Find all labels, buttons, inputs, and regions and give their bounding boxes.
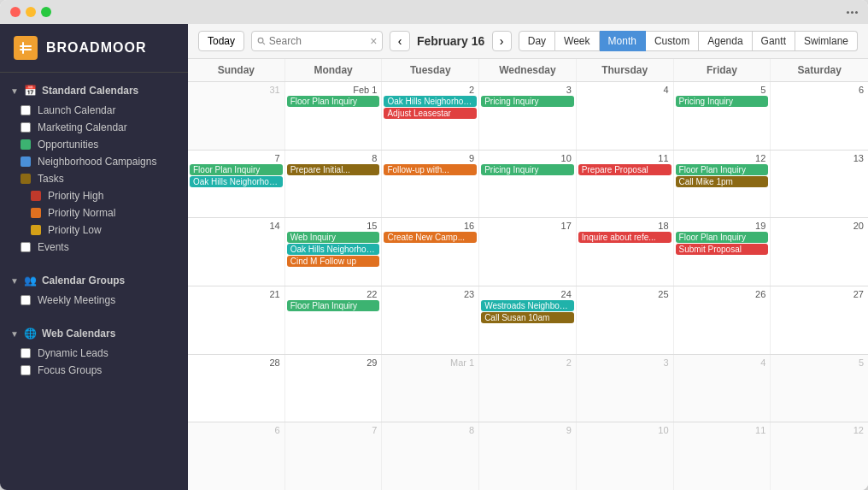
day-cell[interactable]: Feb 1Floor Plan Inquiry — [285, 82, 383, 150]
day-cell[interactable]: 12 — [771, 422, 868, 490]
calendar-event[interactable]: Pricing Inquiry — [481, 164, 574, 175]
day-cell[interactable]: 2 — [479, 355, 577, 422]
close-button[interactable] — [10, 7, 21, 17]
day-cell[interactable]: 19Floor Plan InquirySubmit Proposal — [674, 218, 771, 286]
sidebar-item-launch[interactable]: Launch Calendar — [0, 102, 188, 119]
calendar-event[interactable]: Follow-up with... — [384, 164, 477, 175]
calendar-event[interactable]: Oak Hills Neighorhood Flyer Campaign — [287, 244, 380, 255]
day-cell[interactable]: 7Floor Plan InquiryOak Hills Neighorhood… — [188, 151, 285, 218]
view-day[interactable]: Day — [519, 31, 555, 51]
calendar-event[interactable]: Adjust Leasestar — [384, 108, 477, 119]
minimize-button[interactable] — [26, 7, 36, 17]
calendar-event[interactable]: Floor Plan Inquiry — [676, 164, 769, 175]
dynamic-leads-checkbox[interactable] — [21, 348, 31, 358]
day-cell[interactable]: 14 — [188, 218, 285, 286]
sidebar-item-neighborhood[interactable]: Neighborhood Campaigns — [0, 153, 188, 170]
sidebar-item-priority-normal[interactable]: Priority Normal — [0, 204, 188, 221]
day-cell[interactable]: 13 — [771, 151, 868, 218]
day-cell[interactable]: 9 — [479, 422, 577, 490]
view-week[interactable]: Week — [555, 31, 599, 51]
prev-button[interactable]: ‹ — [390, 31, 409, 51]
maximize-button[interactable] — [41, 7, 51, 17]
events-checkbox[interactable] — [21, 242, 31, 252]
calendar-event[interactable]: Floor Plan Inquiry — [676, 232, 769, 243]
calendar-event[interactable]: Web Inquiry — [287, 232, 380, 243]
day-cell[interactable]: 9Follow-up with... — [382, 151, 479, 218]
day-cell[interactable]: 25 — [577, 286, 674, 354]
day-cell[interactable]: 7 — [285, 422, 383, 490]
sidebar-item-priority-low[interactable]: Priority Low — [0, 221, 188, 239]
search-input[interactable] — [269, 35, 367, 47]
day-cell[interactable]: 15Web InquiryOak Hills Neighorhood Flyer… — [285, 218, 383, 286]
sidebar-item-priority-high[interactable]: Priority High — [0, 187, 188, 204]
day-cell[interactable]: 18Inquire about refe... — [577, 218, 674, 286]
menu-icon[interactable] — [847, 11, 858, 14]
view-swimlane[interactable]: Swimlane — [795, 31, 858, 51]
day-cell[interactable]: 20 — [771, 218, 868, 286]
calendar-event[interactable]: Prepare Proposal — [578, 164, 672, 175]
day-cell[interactable]: 6 — [188, 422, 285, 490]
day-cell[interactable]: 4 — [674, 355, 771, 422]
day-cell[interactable]: 3Pricing Inquiry — [479, 82, 577, 150]
sidebar-item-marketing[interactable]: Marketing Calendar — [0, 119, 188, 136]
sidebar-item-weekly-meetings[interactable]: Weekly Meetings — [0, 292, 188, 309]
day-cell[interactable]: 5Pricing Inquiry — [674, 82, 771, 150]
day-cell[interactable]: 8Prepare Initial... — [285, 151, 383, 218]
calendar-event[interactable]: Floor Plan Inquiry — [190, 164, 283, 175]
sidebar-item-focus-groups[interactable]: Focus Groups — [0, 362, 188, 379]
calendar-event[interactable]: Submit Proposal — [676, 244, 769, 255]
weekly-meetings-checkbox[interactable] — [21, 295, 31, 305]
day-cell[interactable]: 10 — [577, 422, 674, 490]
day-cell[interactable]: 17 — [479, 218, 577, 286]
calendar-event[interactable]: Floor Plan Inquiry — [287, 300, 380, 311]
day-cell[interactable]: 2Oak Hills Neighorhood Flyer CampaignAdj… — [382, 82, 479, 150]
day-cell[interactable]: 16Create New Camp... — [382, 218, 479, 286]
marketing-checkbox[interactable] — [21, 122, 31, 133]
day-cell[interactable]: 21 — [188, 286, 285, 354]
calendar-event[interactable]: Oak Hills Neighorhood Flyer Campaign — [190, 176, 283, 187]
calendar-event[interactable]: Create New Camp... — [384, 232, 477, 243]
day-cell[interactable]: 5 — [771, 355, 868, 422]
standard-calendars-header[interactable]: ▼ 📅 Standard Calendars — [0, 80, 188, 102]
sidebar-item-opportunities[interactable]: Opportunities — [0, 136, 188, 153]
today-button[interactable]: Today — [198, 31, 244, 51]
day-cell[interactable]: 11Prepare Proposal — [577, 151, 674, 218]
calendar-event[interactable]: Inquire about refe... — [578, 232, 672, 243]
day-cell[interactable]: 6 — [771, 82, 868, 150]
clear-search-icon[interactable]: × — [370, 34, 377, 48]
view-gantt[interactable]: Gantt — [753, 31, 795, 51]
calendar-event[interactable]: Pricing Inquiry — [676, 96, 769, 107]
day-cell[interactable]: 4 — [577, 82, 674, 150]
day-cell[interactable]: 22Floor Plan Inquiry — [285, 286, 383, 354]
next-button[interactable]: › — [492, 31, 512, 51]
day-cell[interactable]: Mar 1 — [382, 355, 479, 422]
calendar-event[interactable]: Oak Hills Neighorhood Flyer Campaign — [384, 96, 477, 107]
sidebar-item-tasks[interactable]: Tasks — [0, 170, 188, 187]
focus-groups-checkbox[interactable] — [21, 365, 31, 375]
day-cell[interactable]: 27 — [771, 286, 868, 354]
sidebar-item-dynamic-leads[interactable]: Dynamic Leads — [0, 345, 188, 362]
sidebar-item-events[interactable]: Events — [0, 239, 188, 256]
day-cell[interactable]: 31 — [188, 82, 285, 150]
day-cell[interactable]: 11 — [674, 422, 771, 490]
view-month[interactable]: Month — [600, 31, 646, 51]
day-cell[interactable]: 8 — [382, 422, 479, 490]
day-cell[interactable]: 24Westroads Neighborhood Flyer CampaignC… — [479, 286, 577, 354]
day-cell[interactable]: 3 — [577, 355, 674, 422]
view-agenda[interactable]: Agenda — [699, 31, 752, 51]
day-cell[interactable]: 29 — [285, 355, 383, 422]
day-cell[interactable]: 28 — [188, 355, 285, 422]
view-custom[interactable]: Custom — [646, 31, 699, 51]
day-cell[interactable]: 23 — [382, 286, 479, 354]
day-cell[interactable]: 10Pricing Inquiry — [479, 151, 577, 218]
calendar-event[interactable]: Call Susan 10am — [481, 312, 574, 323]
web-calendars-header[interactable]: ▼ 🌐 Web Calendars — [0, 322, 188, 345]
day-cell[interactable]: 12Floor Plan InquiryCall Mike 1pm — [674, 151, 771, 218]
launch-checkbox[interactable] — [21, 105, 31, 115]
calendar-groups-header[interactable]: ▼ 👥 Calendar Groups — [0, 269, 188, 292]
calendar-event[interactable]: Call Mike 1pm — [676, 176, 769, 187]
calendar-event[interactable]: Floor Plan Inquiry — [287, 96, 380, 107]
calendar-event[interactable]: Cind M Follow up — [287, 256, 380, 267]
day-cell[interactable]: 26 — [674, 286, 771, 354]
calendar-event[interactable]: Pricing Inquiry — [481, 96, 574, 107]
